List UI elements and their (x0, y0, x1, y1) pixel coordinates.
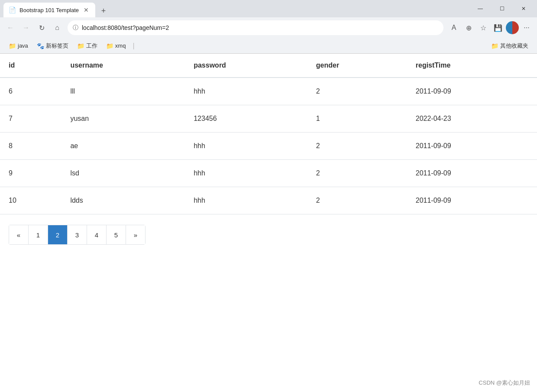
cell-username: lll (61, 78, 185, 105)
cell-password: hhh (185, 133, 307, 160)
page-prev[interactable]: « (9, 225, 28, 245)
table-row: 9lsdhhh22011-09-09 (0, 160, 537, 187)
table-row: 6lllhhh22011-09-09 (0, 78, 537, 105)
protocol-icon: ⓘ (73, 24, 78, 32)
col-gender: gender (307, 54, 407, 78)
maximize-button[interactable]: ☐ (492, 2, 512, 16)
browser-chrome: 📄 Bootstrap 101 Template ✕ + — ☐ ✕ ← → ↻… (0, 0, 537, 54)
minimize-button[interactable]: — (470, 2, 490, 16)
table-row: 8aehhh22011-09-09 (0, 133, 537, 160)
cell-registTime: 2022-04-23 (407, 105, 537, 133)
cell-gender: 2 (307, 187, 407, 214)
page-2[interactable]: 2 (48, 225, 67, 245)
close-button[interactable]: ✕ (514, 2, 534, 16)
pagination-area: «12345» (0, 214, 537, 255)
col-username: username (61, 54, 185, 78)
cell-password: 123456 (185, 105, 307, 133)
tab-close-button[interactable]: ✕ (82, 6, 90, 14)
address-bar-row: ← → ↻ ⌂ ⓘ localhost:8080/test?pageNum=2 … (0, 17, 537, 38)
cell-gender: 2 (307, 133, 407, 160)
browser-tools: A ⊕ ☆ 💾 ··· (447, 21, 534, 35)
header-row: id username password gender registTime (0, 54, 537, 78)
home-button[interactable]: ⌂ (50, 21, 64, 35)
table-row: 10lddshhh22011-09-09 (0, 187, 537, 214)
cell-registTime: 2011-09-09 (407, 187, 537, 214)
cell-username: lsd (61, 160, 185, 187)
table-body: 6lllhhh22011-09-097yusan12345612022-04-2… (0, 78, 537, 214)
cell-username: ae (61, 133, 185, 160)
back-button[interactable]: ← (3, 21, 17, 35)
page-3[interactable]: 3 (67, 225, 87, 245)
cell-password: hhh (185, 187, 307, 214)
save-button[interactable]: 💾 (491, 21, 505, 35)
page-content: id username password gender registTime 6… (0, 54, 537, 255)
active-tab[interactable]: 📄 Bootstrap 101 Template ✕ (3, 3, 95, 17)
profile-avatar[interactable] (506, 21, 519, 34)
cell-registTime: 2011-09-09 (407, 160, 537, 187)
other-bookmarks-label: 其他收藏夹 (500, 42, 528, 50)
bookmark-separator: | (133, 42, 134, 50)
col-registtime: registTime (407, 54, 537, 78)
col-id: id (0, 54, 61, 78)
address-text: localhost:8080/test?pageNum=2 (82, 24, 438, 31)
table-header: id username password gender registTime (0, 54, 537, 78)
cell-id: 10 (0, 187, 61, 214)
page-5[interactable]: 5 (106, 225, 126, 245)
cell-gender: 2 (307, 160, 407, 187)
forward-button[interactable]: → (19, 21, 33, 35)
cell-id: 8 (0, 133, 61, 160)
cell-id: 6 (0, 78, 61, 105)
bookmarks-bar: 📁 java 🐾 新标签页 📁 工作 📁 xmq | 📁 其他收藏夹 (0, 38, 537, 54)
col-password: password (185, 54, 307, 78)
tab-area: 📄 Bootstrap 101 Template ✕ + (3, 0, 467, 17)
cell-password: hhh (185, 160, 307, 187)
tab-title: Bootstrap 101 Template (19, 7, 79, 13)
bookmark-work[interactable]: 📁 工作 (74, 40, 101, 52)
refresh-button[interactable]: ↻ (35, 21, 49, 35)
address-bar[interactable]: ⓘ localhost:8080/test?pageNum=2 (68, 20, 443, 35)
title-bar: 📄 Bootstrap 101 Template ✕ + — ☐ ✕ (0, 0, 537, 17)
bookmark-java[interactable]: 📁 java (5, 41, 32, 51)
page-1[interactable]: 1 (28, 225, 48, 245)
cell-id: 7 (0, 105, 61, 133)
page-next[interactable]: » (126, 225, 146, 245)
table-row: 7yusan12345612022-04-23 (0, 105, 537, 133)
bookmark-new-tab[interactable]: 🐾 新标签页 (33, 40, 72, 52)
page-4[interactable]: 4 (87, 225, 106, 245)
cell-username: ldds (61, 187, 185, 214)
tab-page-icon: 📄 (9, 6, 16, 13)
read-mode-button[interactable]: A (447, 21, 461, 35)
pagination: «12345» (9, 225, 146, 245)
cell-id: 9 (0, 160, 61, 187)
cell-gender: 2 (307, 78, 407, 105)
cell-password: hhh (185, 78, 307, 105)
cell-registTime: 2011-09-09 (407, 133, 537, 160)
watermark: CSDN @素心如月妞 (479, 379, 530, 387)
cell-username: yusan (61, 105, 185, 133)
data-table: id username password gender registTime 6… (0, 54, 537, 214)
new-tab-button[interactable]: + (97, 4, 110, 17)
zoom-button[interactable]: ⊕ (462, 21, 476, 35)
favorites-button[interactable]: ☆ (476, 21, 490, 35)
other-bookmarks[interactable]: 📁 其他收藏夹 (488, 40, 532, 52)
cell-gender: 1 (307, 105, 407, 133)
more-button[interactable]: ··· (520, 21, 534, 35)
bookmark-xmq[interactable]: 📁 xmq (103, 41, 129, 51)
window-controls: — ☐ ✕ (470, 2, 534, 16)
cell-registTime: 2011-09-09 (407, 78, 537, 105)
